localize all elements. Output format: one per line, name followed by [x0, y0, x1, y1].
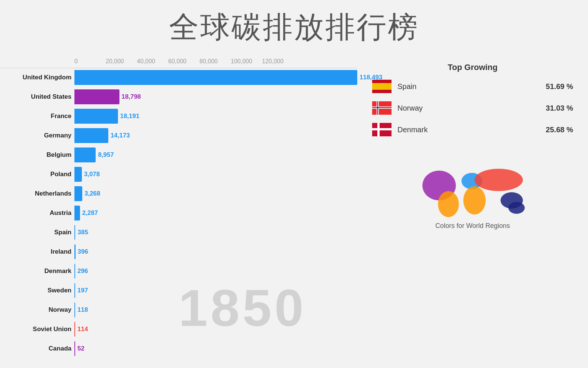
- bar-value: 197: [77, 287, 88, 294]
- growing-pct: 25.68 %: [546, 126, 573, 134]
- world-map: [417, 159, 528, 219]
- bar-row: Germany14,173: [0, 126, 357, 145]
- x-label-100k: 100,000: [231, 58, 252, 65]
- right-panel: Top Growing Spain51.69 %Norway31.03 %Den…: [357, 51, 588, 368]
- world-map-section: Colors for World Regions: [372, 159, 573, 230]
- main-container: 全球碳排放排行榜 0 20,000 40,000 60,000 80,000 1…: [0, 0, 588, 368]
- bars-container: United Kingdom118,493United States18,798…: [0, 68, 357, 358]
- bar-fill: 14,173: [74, 128, 108, 143]
- growing-country-name: Denmark: [397, 126, 540, 134]
- bar-value: 14,173: [111, 132, 130, 139]
- bar-fill: 118,493: [74, 70, 357, 85]
- bar-label: Canada: [0, 345, 74, 352]
- bar-value: 396: [78, 248, 88, 256]
- svg-point-14: [474, 169, 523, 191]
- bar-fill: 114: [74, 322, 75, 337]
- growing-item: Norway31.03 %: [372, 101, 573, 115]
- bar-fill: 18,191: [74, 109, 118, 124]
- x-label-80k: 80,000: [199, 58, 218, 65]
- bar-label: Ireland: [0, 248, 74, 256]
- bar-value: 118: [77, 306, 88, 314]
- svg-rect-6: [372, 107, 392, 108]
- bar-fill: 3,078: [74, 167, 82, 182]
- bar-label: Belgium: [0, 151, 74, 159]
- bar-fill: 2,287: [74, 206, 80, 221]
- bar-row: Spain385: [0, 223, 357, 242]
- bar-fill: 396: [74, 244, 76, 259]
- bar-value: 52: [77, 345, 84, 352]
- x-label-0: 0: [74, 58, 78, 65]
- world-map-label: Colors for World Regions: [435, 222, 510, 230]
- growing-items-container: Spain51.69 %Norway31.03 %Denmark25.68 %: [372, 80, 573, 136]
- bar-value: 18,798: [122, 93, 141, 101]
- bar-label: United States: [0, 93, 74, 101]
- x-label-20k: 20,000: [106, 58, 124, 65]
- bar-row: Poland3,078: [0, 165, 357, 184]
- bar-value: 2,287: [82, 209, 98, 217]
- bar-fill: 3,268: [74, 186, 82, 201]
- bar-row: Soviet Union114: [0, 320, 357, 339]
- bar-fill: 8,957: [74, 147, 96, 162]
- bar-row: Norway118: [0, 301, 357, 319]
- bar-label: Poland: [0, 171, 74, 178]
- bar-fill: 18,798: [74, 89, 119, 104]
- bar-fill: 296: [74, 264, 75, 279]
- growing-country-name: Norway: [397, 104, 540, 112]
- flag-icon: [372, 80, 392, 93]
- bar-value: 118,493: [359, 74, 382, 81]
- bar-value: 18,191: [120, 112, 140, 120]
- bar-row: United States18,798: [0, 88, 357, 106]
- bar-row: United Kingdom118,493: [0, 68, 357, 87]
- x-axis: 0 20,000 40,000 60,000 80,000 100,000 12…: [0, 55, 357, 68]
- chart-area: 0 20,000 40,000 60,000 80,000 100,000 12…: [0, 51, 588, 368]
- growing-item: Spain51.69 %: [372, 80, 573, 93]
- growing-country-name: Spain: [397, 82, 540, 91]
- x-label-40k: 40,000: [137, 58, 155, 65]
- svg-rect-1: [372, 83, 392, 90]
- bar-label: Sweden: [0, 287, 74, 294]
- bar-row: Ireland396: [0, 242, 357, 261]
- flag-icon: [372, 101, 392, 115]
- svg-point-13: [463, 186, 486, 215]
- bar-fill: 52: [74, 341, 75, 356]
- bar-label: Norway: [0, 306, 74, 314]
- growing-pct: 31.03 %: [546, 104, 573, 112]
- bar-fill: 197: [74, 283, 75, 298]
- bar-label: Soviet Union: [0, 326, 74, 333]
- top-growing-title: Top Growing: [372, 63, 573, 72]
- bar-label: Germany: [0, 132, 74, 139]
- growing-pct: 51.69 %: [546, 82, 573, 91]
- bar-label: Denmark: [0, 267, 74, 275]
- svg-rect-9: [372, 128, 392, 130]
- svg-point-11: [438, 191, 459, 217]
- bar-row: Canada52: [0, 339, 357, 358]
- x-label-120k: 120,000: [262, 58, 284, 65]
- bar-label: Netherlands: [0, 190, 74, 197]
- bar-row: Denmark296: [0, 262, 357, 280]
- bar-row: Netherlands3,268: [0, 184, 357, 203]
- bar-row: Austria2,287: [0, 204, 357, 222]
- bar-row: Belgium8,957: [0, 146, 357, 164]
- bar-fill: 385: [74, 225, 75, 240]
- bar-label: Austria: [0, 209, 74, 217]
- x-label-60k: 60,000: [168, 58, 186, 65]
- page-title: 全球碳排放排行榜: [0, 0, 588, 51]
- growing-item: Denmark25.68 %: [372, 123, 573, 136]
- bar-label: Spain: [0, 229, 74, 236]
- bar-value: 296: [77, 267, 88, 275]
- bar-label: France: [0, 112, 74, 120]
- bar-value: 3,078: [84, 171, 100, 178]
- bar-value: 385: [77, 229, 88, 236]
- svg-point-16: [508, 202, 525, 214]
- bar-row: Sweden197: [0, 281, 357, 300]
- flag-icon: [372, 123, 392, 136]
- bar-label: United Kingdom: [0, 74, 74, 81]
- bar-value: 114: [77, 326, 88, 333]
- bar-value: 8,957: [98, 151, 114, 159]
- bars-section: 0 20,000 40,000 60,000 80,000 100,000 12…: [0, 51, 357, 368]
- bar-fill: 118: [74, 302, 75, 317]
- bar-row: France18,191: [0, 107, 357, 126]
- bar-value: 3,268: [84, 190, 100, 197]
- top-growing-section: Top Growing Spain51.69 %Norway31.03 %Den…: [372, 59, 573, 148]
